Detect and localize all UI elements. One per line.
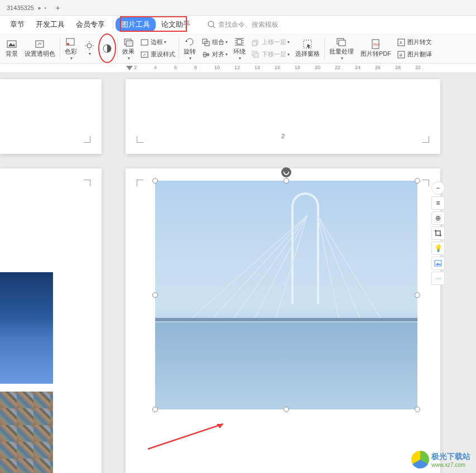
tool-rotate[interactable]: 旋转▾ (180, 33, 199, 63)
rotate-icon (184, 36, 195, 47)
tool-pic2pdf[interactable]: PDF 图片转PDF (357, 33, 395, 63)
resize-handle-ne[interactable] (415, 178, 420, 184)
menu-chapter[interactable]: 章节 (4, 17, 30, 32)
pic2text-icon: A (397, 38, 406, 47)
page-prev-left (0, 79, 102, 154)
menu-devtools[interactable]: 开发工具 (30, 17, 70, 32)
tool-combine[interactable]: 组合▾ (199, 37, 230, 48)
resize-handle-nw[interactable] (152, 178, 158, 184)
tool-up-layer: 上移一层▾ (249, 37, 292, 48)
ruler-tick-label: 10 (214, 65, 220, 70)
svg-text:A: A (400, 41, 402, 45)
background-icon (6, 38, 17, 50)
ruler-tick-label: 32 (415, 65, 421, 70)
select-pane-icon (302, 38, 313, 50)
svg-rect-4 (36, 41, 44, 47)
tool-batch[interactable]: 批量处理▾ (326, 33, 357, 63)
zoom-icon: ⊕ (435, 214, 441, 222)
tool-layer-group: 上移一层▾ 下移一层▾ (249, 33, 292, 63)
modified-indicator-icon: ● (37, 4, 41, 11)
resize-handle-n[interactable] (283, 178, 289, 184)
thumbnail-image-sky[interactable] (0, 272, 53, 384)
page-margin-corner (137, 136, 143, 143)
tool-border[interactable]: 边框▾ (138, 37, 177, 48)
close-tab-icon[interactable]: • (45, 4, 47, 11)
ruler-tick-label: 24 (355, 65, 360, 70)
dropdown-icon: ▾ (225, 52, 228, 57)
svg-line-52 (318, 215, 381, 318)
rotate-handle[interactable] (281, 167, 291, 177)
svg-line-49 (276, 215, 307, 318)
side-picture-button[interactable] (431, 257, 445, 270)
tool-up-layer-label: 上移一层 (262, 38, 286, 46)
tool-select-pane[interactable]: 选择窗格 (292, 33, 323, 63)
tool-brightness[interactable]: ▾ (80, 33, 98, 63)
side-layout-button[interactable]: ≡ (431, 196, 445, 210)
tool-select-pane-label: 选择窗格 (295, 50, 320, 58)
svg-rect-15 (141, 40, 148, 45)
minus-icon: − (436, 184, 440, 192)
more-icon: ··· (435, 274, 441, 282)
svg-rect-33 (254, 53, 258, 57)
thumbnail-image-buildings[interactable] (0, 392, 53, 473)
svg-line-47 (234, 215, 307, 318)
resize-handle-e[interactable] (415, 292, 420, 298)
tool-color[interactable]: 色彩▾ (61, 33, 80, 63)
ruler-tick-label: 4 (154, 65, 157, 70)
tool-align[interactable]: 对齐▾ (199, 49, 230, 60)
page-margin-corner (84, 136, 90, 143)
svg-line-1 (213, 26, 215, 28)
layout-icon: ≡ (436, 199, 440, 207)
svg-line-46 (213, 215, 307, 318)
resize-handle-se[interactable] (415, 407, 420, 412)
page-number: 2 (281, 133, 285, 139)
border-icon (140, 38, 149, 47)
tool-wrap[interactable]: 环绕▾ (230, 33, 249, 63)
side-idea-button[interactable]: 💡 (431, 242, 445, 255)
side-crop-button[interactable] (431, 226, 445, 240)
svg-line-51 (318, 215, 359, 318)
svg-point-0 (208, 21, 214, 27)
tool-contrast[interactable] (98, 33, 116, 63)
document-canvas[interactable]: 2 (0, 73, 476, 473)
tool-reset-style[interactable]: 重设样式 (138, 49, 177, 60)
menu-member[interactable]: 会员专享 (70, 17, 110, 32)
toolbar-separator (179, 37, 179, 60)
tool-background[interactable]: 背景 (2, 33, 21, 63)
side-zoom-button[interactable]: ⊕ (431, 211, 445, 225)
search-placeholder: 查找命令、搜索模板 (218, 20, 278, 30)
watermark-logo-icon (411, 451, 429, 469)
svg-rect-14 (126, 41, 133, 46)
tool-pic2text[interactable]: A 图片转文 (395, 37, 434, 48)
ruler-tick-label: 2 (134, 65, 137, 70)
tool-pic2text-label: 图片转文 (407, 38, 432, 46)
tool-align-label: 对齐 (212, 50, 224, 59)
svg-rect-31 (252, 41, 257, 46)
selected-image[interactable] (155, 181, 417, 409)
tool-arrange-group: 组合▾ 对齐▾ (199, 33, 230, 63)
add-tab-button[interactable]: + (51, 3, 64, 12)
resize-handle-sw[interactable] (152, 407, 158, 412)
document-tab[interactable]: 31435325 ● • (2, 1, 51, 15)
tool-background-label: 背景 (6, 50, 18, 58)
tool-combine-label: 组合 (212, 38, 224, 46)
dropdown-icon: ▾ (287, 52, 290, 57)
tool-down-layer: 下移一层▾ (249, 49, 292, 60)
tool-effect[interactable]: 效果▾ (119, 33, 138, 63)
tool-pic-translate[interactable]: 译 图片翻译 (395, 49, 434, 60)
svg-marker-44 (126, 66, 133, 70)
resize-handle-w[interactable] (152, 292, 158, 298)
page-margin-corner (422, 180, 429, 186)
side-collapse-button[interactable]: − (431, 181, 445, 195)
picture-icon (434, 259, 443, 268)
resize-handle-s[interactable] (283, 407, 289, 412)
transparent-icon (35, 38, 46, 50)
ruler-indent-marker[interactable] (126, 66, 133, 71)
side-more-button[interactable]: ··· (431, 272, 445, 285)
tool-transparent[interactable]: 设置透明色 (21, 33, 59, 63)
tool-border-label: 边框 (151, 38, 163, 46)
reset-icon (140, 50, 149, 59)
command-search[interactable]: 查找命令、搜索模板 (207, 20, 278, 30)
svg-marker-56 (436, 263, 441, 265)
toolbar-separator (60, 37, 60, 60)
